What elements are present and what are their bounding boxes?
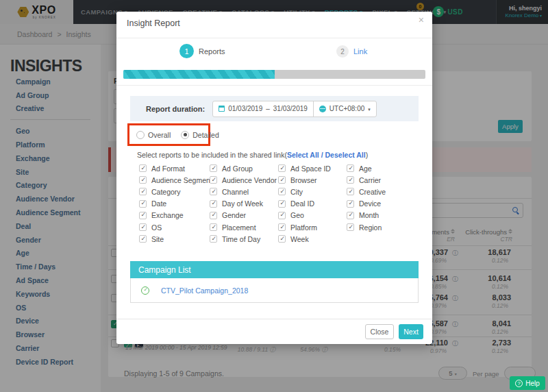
mode-radio-option[interactable]: Overall (136, 131, 171, 139)
report-label: Creative (359, 188, 386, 196)
report-checkbox-item[interactable]: Gender (210, 210, 278, 221)
checkbox-icon (347, 164, 354, 172)
green-check-icon (141, 286, 149, 295)
report-label: City (290, 188, 303, 196)
checkbox-icon (210, 164, 217, 172)
report-label: Site (151, 235, 164, 243)
report-checkbox-item[interactable]: Audience Vendor (210, 174, 278, 186)
report-label: OS (151, 223, 162, 232)
close-icon[interactable]: × (419, 14, 424, 25)
mode-radio-option[interactable]: Detailed (181, 131, 219, 139)
select-reports-text: Select reports to be included in the sha… (137, 151, 287, 159)
report-checkbox-item[interactable]: Time of Day (210, 233, 278, 245)
checkbox-icon (210, 223, 217, 231)
close-button[interactable]: Close (365, 324, 394, 339)
report-label: Geo (290, 211, 304, 219)
report-checkbox-item[interactable]: Channel (210, 186, 278, 197)
report-checkbox-item[interactable]: Exchange (139, 210, 210, 221)
checkbox-icon (278, 200, 286, 208)
insight-report-modal: Insight Report × 1 Reports 2 Link Report… (116, 12, 432, 344)
close-paren: ) (366, 151, 369, 159)
checkbox-icon (278, 176, 286, 184)
step-1-label: Reports (199, 47, 225, 56)
checkbox-icon (347, 188, 354, 195)
report-label: Date (151, 199, 166, 208)
report-checkbox-item[interactable]: Ad Format (139, 162, 210, 174)
mode-label: Overall (148, 131, 171, 139)
report-checkbox-item[interactable]: Geo (278, 210, 347, 221)
campaign-list-item: CTV_Pilot Campaign_2018 (131, 278, 418, 302)
report-label: Channel (222, 188, 249, 196)
modal-footer: Close Next (116, 319, 432, 344)
deselect-all-link[interactable]: Deselect All (325, 151, 366, 159)
checkbox-icon (139, 235, 147, 243)
report-checkbox-item[interactable]: Creative (347, 186, 410, 197)
checkbox-icon (210, 235, 217, 243)
report-checkbox-item[interactable]: Ad Group (210, 162, 278, 174)
report-label: Carrier (359, 176, 381, 184)
report-label: Exchange (151, 211, 184, 219)
report-label: Audience Vendor (222, 176, 277, 184)
report-checkbox-item[interactable]: Browser (278, 174, 347, 186)
checkbox-icon (278, 188, 286, 195)
report-label: Device (359, 199, 381, 208)
report-checkbox-item[interactable]: OS (139, 221, 210, 233)
mode-annotation-box: Overall Detailed (127, 123, 210, 146)
modal-title: Insight Report (127, 19, 180, 28)
divider (116, 85, 432, 86)
report-checkbox-item[interactable]: Deal ID (278, 198, 347, 210)
report-checkbox-item[interactable]: Day of Week (210, 198, 278, 210)
chevron-down-icon (368, 105, 371, 112)
report-checkbox-item[interactable]: Device (347, 198, 410, 210)
checkbox-icon (139, 212, 147, 219)
report-checkbox-item[interactable]: Platform (278, 221, 347, 233)
report-checkbox-item[interactable]: Carrier (347, 174, 410, 186)
checkbox-icon (139, 164, 147, 172)
checkbox-icon (139, 200, 147, 208)
report-checkbox-item[interactable]: Ad Space ID (278, 162, 347, 174)
report-label: Ad Format (151, 164, 185, 173)
report-label: Category (151, 188, 181, 196)
checkbox-icon (347, 212, 354, 219)
report-label: Age (359, 164, 372, 173)
report-checkbox-item[interactable]: Audience Segment (139, 174, 210, 186)
report-label: Time of Day (222, 235, 260, 243)
campaign-list-header: Campaign List (130, 261, 419, 278)
timezone-value: UTC+08:00 (329, 105, 364, 112)
checkbox-icon (278, 223, 286, 231)
report-checkbox-item[interactable]: Week (278, 233, 347, 245)
help-label: Help (525, 380, 540, 387)
report-checkbox-item[interactable]: Date (139, 198, 210, 210)
date-dash: – (266, 105, 270, 112)
app-window: XPO by KNOREX CAMPAIGNS AUDIENCE (0, 0, 548, 392)
progress-bar (123, 70, 425, 79)
step-1-circle: 1 (179, 44, 194, 58)
report-label: Month (359, 211, 379, 219)
checkbox-icon (347, 200, 354, 208)
step-2-label[interactable]: Link (353, 47, 367, 56)
report-checkbox-item[interactable]: Category (139, 186, 210, 197)
next-button[interactable]: Next (399, 324, 423, 339)
report-label: Day of Week (222, 199, 263, 208)
link-slash: / (319, 151, 325, 159)
date-start: 01/03/2019 (228, 105, 262, 112)
radio-icon (136, 131, 145, 139)
help-button[interactable]: ? Help (510, 376, 545, 390)
checkbox-icon (278, 235, 286, 243)
date-range-picker[interactable]: 01/03/2019 – 31/03/2019 (213, 101, 313, 117)
timezone-select[interactable]: UTC+08:00 (313, 101, 376, 117)
mode-label: Detailed (192, 131, 219, 139)
checkbox-icon (139, 223, 147, 231)
report-checkbox-item[interactable]: Region (347, 221, 410, 233)
campaign-link[interactable]: CTV_Pilot Campaign_2018 (161, 286, 248, 295)
report-checkbox-item[interactable]: Age (347, 162, 410, 174)
select-all-link[interactable]: Select All (287, 151, 319, 159)
report-checkbox-item[interactable]: City (278, 186, 347, 197)
select-reports-line: Select reports to be included in the sha… (137, 151, 368, 159)
report-checkbox-item[interactable]: Site (139, 233, 210, 245)
report-label: Ad Space ID (290, 164, 331, 173)
report-checkbox-item[interactable]: Placement (210, 221, 278, 233)
checkbox-icon (210, 200, 217, 208)
report-checkbox-item[interactable]: Month (347, 210, 410, 221)
report-label: Ad Group (222, 164, 253, 173)
